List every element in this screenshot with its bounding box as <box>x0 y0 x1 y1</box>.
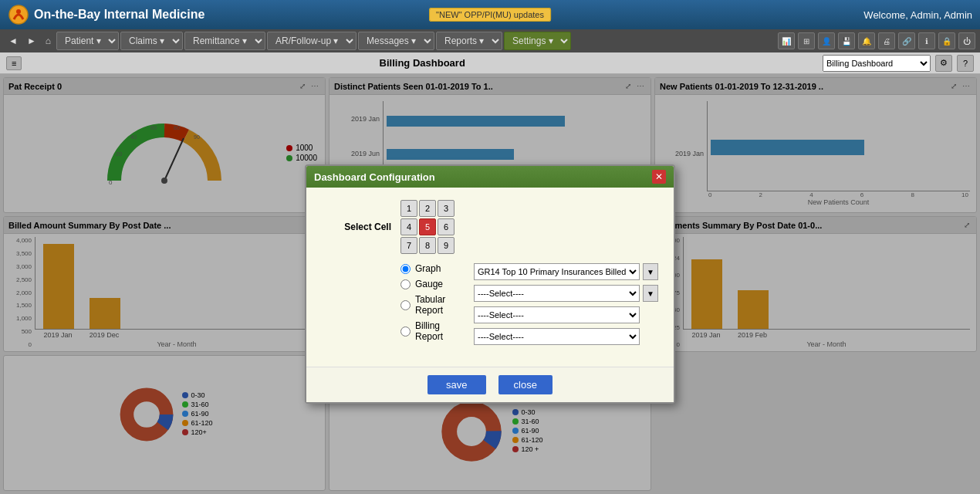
cell-btn-8[interactable]: 8 <box>419 237 436 254</box>
save-icon-btn[interactable]: 💾 <box>838 32 855 49</box>
tabular-dropdown[interactable]: ----Select---- <box>474 306 640 323</box>
alert-icon-btn[interactable]: 🔔 <box>858 32 875 49</box>
toolbar-right: Billing Dashboard ⚙ ? <box>823 55 974 72</box>
gauge-dropdown-btn[interactable]: ▼ <box>643 285 658 302</box>
print-icon-btn[interactable]: 🖨 <box>878 32 895 49</box>
patient-dropdown[interactable]: Patient ▾ <box>56 32 119 50</box>
grid-icon-btn[interactable]: ⊞ <box>798 32 815 49</box>
toolbar-title: Billing Dashboard <box>28 57 816 69</box>
claims-dropdown[interactable]: Claims ▾ <box>120 32 183 50</box>
chart-icon-btn[interactable]: 📊 <box>778 32 795 49</box>
report-select-row-3: ----Select---- ▼ <box>474 306 658 323</box>
graph-dropdown[interactable]: GR14 Top 10 Primary Insurances Billed <box>474 263 640 280</box>
cell-btn-4[interactable]: 4 <box>400 218 417 235</box>
messages-dropdown[interactable]: Messages ▾ <box>358 32 434 50</box>
radio-group: Graph Gauge Tabular Report Billing Repor… <box>400 263 465 342</box>
logo-icon <box>8 4 29 25</box>
cell-btn-6[interactable]: 6 <box>438 218 455 235</box>
dashboard-config-modal: Dashboard Configuration ✕ Select Cell 1 … <box>305 164 675 404</box>
radio-billing[interactable] <box>400 327 411 337</box>
radio-gauge-label: Gauge <box>415 279 443 289</box>
cell-btn-2[interactable]: 2 <box>419 200 436 217</box>
modal-body: Select Cell 1 2 3 4 5 6 7 8 9 <box>306 188 674 367</box>
modal-save-button[interactable]: save <box>427 375 485 394</box>
report-select-row-2: ----Select---- ▼ <box>474 285 658 302</box>
ar-followup-dropdown[interactable]: AR/Follow-up ▾ <box>267 32 357 50</box>
cell-btn-7[interactable]: 7 <box>400 237 417 254</box>
help-toolbar-btn[interactable]: ? <box>957 55 974 72</box>
gauge-dropdown[interactable]: ----Select---- <box>474 285 640 302</box>
modal-title: Dashboard Configuration <box>314 171 435 183</box>
radio-tabular-row: Tabular Report <box>400 294 465 316</box>
top-bar: On-the-Bay Internal Medicine "NEW" OPP/P… <box>0 0 980 29</box>
modal-titlebar: Dashboard Configuration ✕ <box>306 166 674 188</box>
report-type-row: Graph Gauge Tabular Report Billing Repor… <box>322 263 658 345</box>
settings-icon-btn[interactable]: ⚙ <box>935 55 952 72</box>
modal-overlay: Dashboard Configuration ✕ Select Cell 1 … <box>0 74 980 494</box>
radio-tabular-label: Tabular Report <box>415 294 465 316</box>
back-button[interactable]: ◄ <box>5 31 22 51</box>
radio-gauge[interactable] <box>400 279 411 289</box>
radio-tabular[interactable] <box>400 300 411 310</box>
reports-dropdown[interactable]: Reports ▾ <box>436 32 502 50</box>
radio-graph[interactable] <box>400 264 411 274</box>
radio-gauge-row: Gauge <box>400 279 465 289</box>
nav-icons: 📊 ⊞ 👤 💾 🔔 🖨 🔗 ℹ 🔒 ⏻ <box>778 32 975 49</box>
report-select-row-1: GR14 Top 10 Primary Insurances Billed ▼ <box>474 263 658 280</box>
nav-bar: ◄ ► ⌂ Patient ▾ Claims ▾ Remittance ▾ AR… <box>0 29 980 52</box>
billing-dropdown[interactable]: ----Select---- <box>474 328 640 345</box>
modal-close-footer-button[interactable]: close <box>498 375 553 394</box>
radio-graph-label: Graph <box>415 263 441 274</box>
lock-icon-btn[interactable]: 🔒 <box>938 32 955 49</box>
toolbar: ≡ Billing Dashboard Billing Dashboard ⚙ … <box>0 52 980 74</box>
modal-footer: save close <box>306 367 674 402</box>
settings-dropdown[interactable]: Settings ▾ <box>504 32 571 50</box>
help-icon-btn[interactable]: ℹ <box>918 32 935 49</box>
radio-graph-row: Graph <box>400 263 465 274</box>
cell-btn-5[interactable]: 5 <box>419 218 436 235</box>
exit-icon-btn[interactable]: ⏻ <box>958 32 975 49</box>
forward-button[interactable]: ► <box>23 31 40 51</box>
welcome-text: Welcome, Admin, Admin <box>863 9 972 21</box>
cell-btn-9[interactable]: 9 <box>438 237 455 254</box>
remittance-dropdown[interactable]: Remittance ▾ <box>184 32 265 50</box>
user-icon-btn[interactable]: 👤 <box>818 32 835 49</box>
graph-dropdown-btn[interactable]: ▼ <box>643 263 658 280</box>
svg-point-1 <box>16 9 21 14</box>
network-icon-btn[interactable]: 🔗 <box>898 32 915 49</box>
cell-grid: 1 2 3 4 5 6 7 8 9 <box>400 200 455 254</box>
dashboard-select[interactable]: Billing Dashboard <box>823 55 931 72</box>
cell-btn-3[interactable]: 3 <box>438 200 455 217</box>
filter-button[interactable]: ≡ <box>6 56 22 70</box>
home-button[interactable]: ⌂ <box>42 31 55 51</box>
app-title: On-the-Bay Internal Medicine <box>34 8 204 22</box>
select-cell-label: Select Cell <box>322 222 391 232</box>
new-badge-container: "NEW" OPP/PI(MU) updates <box>429 9 551 20</box>
new-badge[interactable]: "NEW" OPP/PI(MU) updates <box>429 8 551 22</box>
report-selects: GR14 Top 10 Primary Insurances Billed ▼ … <box>474 263 658 345</box>
radio-billing-label: Billing Report <box>415 320 465 342</box>
radio-billing-row: Billing Report <box>400 320 465 342</box>
report-select-row-4: ----Select---- ▼ <box>474 328 658 345</box>
modal-close-x-button[interactable]: ✕ <box>652 170 666 184</box>
select-cell-row: Select Cell 1 2 3 4 5 6 7 8 9 <box>322 200 658 254</box>
cell-btn-1[interactable]: 1 <box>400 200 417 217</box>
